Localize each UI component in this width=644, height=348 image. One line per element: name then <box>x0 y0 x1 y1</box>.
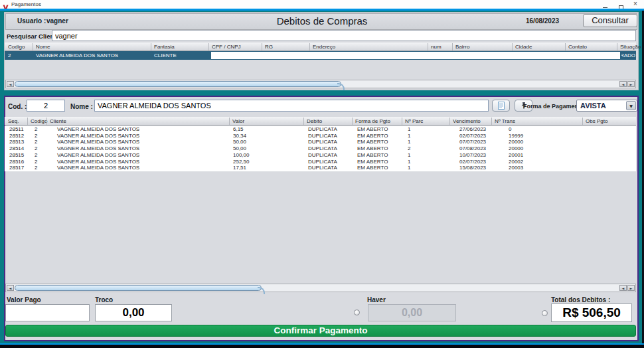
scroll-right-icon[interactable]: ► <box>627 285 635 291</box>
consultar-button[interactable]: Consultar <box>583 14 637 27</box>
cell-seq: 28515 <box>9 152 24 159</box>
cell-venc: 15/08/2023 <box>459 165 486 171</box>
client-fantasia: CLIENTE <box>154 51 177 60</box>
col-num-parc[interactable]: Nº Parc <box>405 117 423 126</box>
window-titlebar: Pagamentos × <box>0 0 644 9</box>
cell-forma: EM ABERTO <box>357 159 388 165</box>
cell-cliente: VAGNER ALMEIDA DOS SANTOS <box>57 145 139 152</box>
col-codigo[interactable]: Codigo <box>8 43 25 51</box>
col-rg[interactable]: RG <box>265 43 273 51</box>
col-endereco[interactable]: Endereço <box>313 43 335 51</box>
cell-forma: EM ABERTO <box>357 165 388 171</box>
app-logo-icon <box>3 1 9 7</box>
cell-cliente: VAGNER ALMEIDA DOS SANTOS <box>57 159 139 165</box>
cell-codigo: 2 <box>35 139 37 145</box>
confirmar-pagamento-button[interactable]: Confirmar Pagamento <box>5 325 636 337</box>
payment-method-select[interactable]: AVISTA ▼ <box>576 100 637 112</box>
table-row[interactable]: 285172VAGNER ALMEIDA DOS SANTOS17,51DUPL… <box>5 165 636 171</box>
app-window: Pagamentos × Usuario : vagner Debitos de… <box>0 0 644 348</box>
cell-trans: 20001 <box>509 152 523 159</box>
col-obs-pgto[interactable]: Obs Pgto <box>586 117 607 126</box>
cell-valor: 50,00 <box>233 145 246 152</box>
clients-table-scrollbar[interactable]: ◄ ◄ ► <box>5 80 636 88</box>
close-icon[interactable]: × <box>628 0 643 9</box>
nome-label: Nome : <box>70 103 93 110</box>
col-nome[interactable]: Nome <box>36 43 50 51</box>
minimize-icon[interactable] <box>598 0 612 9</box>
cell-venc: 07/08/2023 <box>459 145 486 152</box>
cell-parc: 1 <box>408 139 410 145</box>
maximize-icon[interactable] <box>613 0 628 9</box>
table-row[interactable]: 285152VAGNER ALMEIDA DOS SANTOS100,00DUP… <box>5 152 636 159</box>
col-cidade[interactable]: Cidade <box>515 43 532 51</box>
col-codigo[interactable]: Codigo <box>31 117 47 126</box>
table-row[interactable]: 285122VAGNER ALMEIDA DOS SANTOS30,34DUPL… <box>5 133 636 139</box>
search-client-input[interactable] <box>52 30 636 41</box>
col-valor[interactable]: Valor <box>232 117 244 126</box>
nome-input[interactable] <box>94 100 489 112</box>
cell-debito: DUPLICATA <box>308 126 337 133</box>
troco-input[interactable] <box>95 304 172 321</box>
cell-codigo: 2 <box>35 145 37 152</box>
haver-radio[interactable] <box>354 309 360 315</box>
col-num-trans[interactable]: Nº Trans <box>495 117 515 126</box>
table-row[interactable]: 285162VAGNER ALMEIDA DOS SANTOS252,50DUP… <box>5 159 636 165</box>
clients-table-header: Codigo Nome Fantasia CPF / CNPJ RG Ender… <box>5 43 636 51</box>
cod-label: Cod. : <box>8 103 27 110</box>
cell-codigo: 2 <box>35 159 37 165</box>
scroll-left-icon[interactable]: ◄ <box>7 285 14 291</box>
haver-input <box>368 304 456 321</box>
document-button[interactable] <box>492 100 510 112</box>
col-debito[interactable]: Debito <box>307 117 322 126</box>
client-row-empty-cells <box>211 52 620 59</box>
col-forma-pgto[interactable]: Forma de Pgto <box>355 117 390 126</box>
cell-valor: 100,00 <box>233 152 249 159</box>
col-contato[interactable]: Contato <box>568 43 587 51</box>
col-num[interactable]: num <box>431 43 442 51</box>
col-vencimento[interactable]: Vencimento <box>453 117 481 126</box>
scroll-left-icon[interactable]: ◄ <box>619 81 627 87</box>
table-row[interactable]: 285132VAGNER ALMEIDA DOS SANTOS50,00DUPL… <box>5 139 636 145</box>
cell-forma: EM ABERTO <box>357 152 388 159</box>
col-bairro[interactable]: Bairro <box>455 43 469 51</box>
cell-cliente: VAGNER ALMEIDA DOS SANTOS <box>57 152 139 159</box>
scroll-left-icon[interactable]: ◄ <box>619 285 627 291</box>
total-debitos-value <box>551 304 632 322</box>
table-row[interactable]: 285112VAGNER ALMEIDA DOS SANTOS6,15DUPLI… <box>5 126 636 133</box>
col-situacao[interactable]: Situação <box>620 43 641 51</box>
cell-valor: 252,50 <box>233 159 249 165</box>
chevron-down-icon[interactable]: ▼ <box>626 101 636 110</box>
table-row[interactable]: 285142VAGNER ALMEIDA DOS SANTOS50,00DUPL… <box>5 145 636 152</box>
col-cliente[interactable]: Cliente <box>50 117 66 126</box>
scrollbar-thumb[interactable] <box>15 81 341 87</box>
col-fantasia[interactable]: Fantasia <box>154 43 175 51</box>
cell-seq: 28517 <box>9 165 24 171</box>
cell-seq: 28513 <box>9 139 24 145</box>
cell-forma: EM ABERTO <box>357 139 388 145</box>
valor-pago-input[interactable] <box>5 304 90 321</box>
cell-cliente: VAGNER ALMEIDA DOS SANTOS <box>57 165 139 171</box>
total-radio[interactable] <box>542 310 548 316</box>
col-seq[interactable]: Seq. <box>8 117 19 126</box>
scroll-right-icon[interactable]: ► <box>627 81 635 87</box>
cell-debito: DUPLICATA <box>308 152 337 159</box>
cell-cliente: VAGNER ALMEIDA DOS SANTOS <box>57 126 139 133</box>
cell-parc: 2 <box>408 145 410 152</box>
window-title: Pagamentos <box>11 1 41 7</box>
cod-input[interactable] <box>27 100 65 112</box>
cell-venc: 07/07/2023 <box>459 139 486 145</box>
cell-valor: 17,51 <box>233 165 246 171</box>
cell-venc: 02/07/2023 <box>459 133 486 139</box>
scroll-left-icon[interactable]: ◄ <box>7 81 14 87</box>
cell-valor: 6,15 <box>233 126 244 133</box>
cell-debito: DUPLICATA <box>308 139 337 145</box>
debits-table-scrollbar[interactable]: ◄ ◄ ► <box>5 284 636 292</box>
cell-parc: 1 <box>408 159 410 165</box>
scrollbar-thumb[interactable] <box>15 285 262 291</box>
cell-parc: 1 <box>408 152 410 159</box>
client-row-selected[interactable]: 2 VAGNER ALMEIDA DOS SANTOS CLIENTE LIBE… <box>5 51 636 60</box>
cell-debito: DUPLICATA <box>308 165 337 171</box>
col-cpf-cnpj[interactable]: CPF / CNPJ <box>212 43 241 51</box>
cell-seq: 28514 <box>9 145 24 152</box>
cell-codigo: 2 <box>35 133 37 139</box>
